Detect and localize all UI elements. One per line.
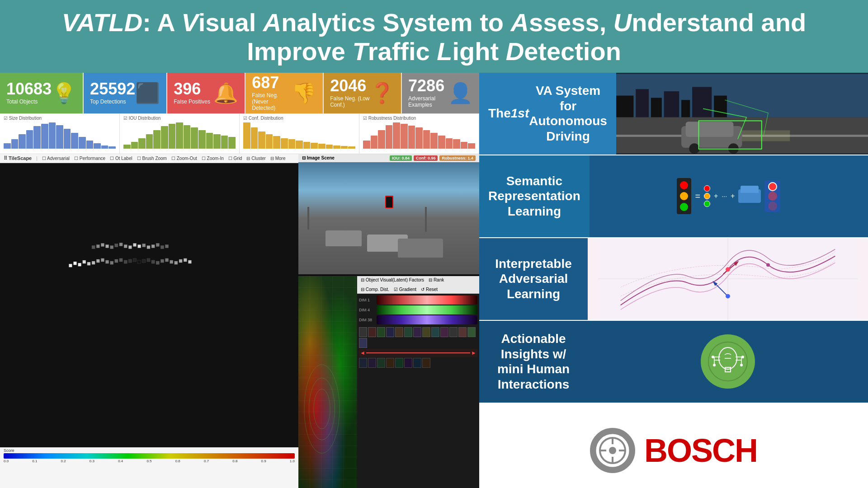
score-gradient-bar	[4, 453, 295, 459]
thumb-16[interactable]	[368, 358, 376, 368]
svg-rect-36	[101, 258, 104, 262]
sign-darker	[768, 202, 777, 211]
svg-rect-32	[83, 260, 86, 263]
thumb-21[interactable]	[413, 358, 421, 368]
main-content: 10683 Total Objects 💡 25592 Top Detectio…	[0, 73, 868, 488]
comp-yellow	[704, 193, 710, 199]
svg-rect-66	[681, 100, 690, 117]
dim1-label: DIM 1	[359, 298, 375, 302]
thumb-5[interactable]	[395, 327, 403, 337]
size-dist-title: ☑ Size Distribution	[4, 116, 116, 121]
thumb-14[interactable]	[359, 338, 367, 348]
plus-sign-2: +	[731, 192, 735, 200]
reset-btn[interactable]: ↺ Reset	[421, 287, 438, 292]
thumb-12[interactable]	[458, 327, 467, 337]
svg-rect-34	[92, 261, 95, 264]
rob-badge: Robustness: 1.4	[439, 155, 476, 161]
conf-badge: Conf: 0.96	[414, 155, 438, 161]
grid-toggle[interactable]: ☐ Grid	[228, 156, 242, 161]
stat-number-adv: 7286	[408, 78, 448, 94]
score-bar-area: Score 0.00.10.20.30.40.50.60.70.80.91.0	[0, 447, 298, 488]
factors-panel: ⊟ Object Visual(Latent) Factors ⊟ Rank ⊟…	[357, 276, 479, 488]
svg-point-89	[712, 356, 714, 358]
svg-rect-45	[142, 259, 146, 263]
thumb-2[interactable]	[368, 327, 376, 337]
zoom-in-toggle[interactable]: ☐ Zoom-In	[202, 156, 224, 161]
svg-rect-35	[96, 259, 99, 263]
thumb-4[interactable]	[386, 327, 394, 337]
thumb-17[interactable]	[377, 358, 385, 368]
light-components	[704, 185, 710, 207]
dim1-bar	[377, 296, 477, 305]
score-range: 0.00.10.20.30.40.50.60.70.80.91.0	[4, 459, 295, 463]
thumb-20[interactable]	[404, 358, 412, 368]
svg-rect-51	[170, 260, 173, 263]
svg-rect-14	[101, 243, 104, 246]
stat-top-detections: 25592 Top Detections ⬛	[84, 73, 166, 113]
stat-label-fn2: False Neg. (Low Conf.)	[330, 95, 370, 108]
label-toggle[interactable]: ☐ Ot Label	[110, 156, 132, 161]
svg-rect-25	[151, 244, 155, 248]
stat-false-neg-low: 2046 False Neg. (Low Conf.) ❓	[324, 73, 401, 113]
dim4-bar	[377, 305, 477, 314]
adversarial-toggle[interactable]: ☐ Adversarial	[42, 156, 70, 161]
gradient-btn[interactable]: ☑ Gradient	[394, 287, 416, 292]
thumb-13[interactable]	[467, 327, 476, 337]
comp-dist-btn[interactable]: ⊟ Comp. Dist.	[361, 287, 389, 292]
svg-rect-30	[73, 262, 76, 265]
thumb-11[interactable]	[449, 327, 458, 337]
car-left	[326, 230, 362, 246]
thumb-18[interactable]	[386, 358, 394, 368]
card-insights-image	[588, 321, 868, 403]
thumb-7[interactable]	[413, 327, 421, 337]
road-scene	[298, 162, 479, 274]
thumb-15[interactable]	[359, 358, 367, 368]
svg-rect-20	[128, 245, 132, 249]
svg-point-94	[741, 356, 744, 358]
svg-rect-27	[160, 245, 164, 249]
svg-rect-47	[151, 260, 155, 263]
brush-zoom-toggle[interactable]: ☐ Brush Zoom	[137, 156, 167, 161]
bosch-logo-circle	[590, 428, 635, 473]
person-icon: 👤	[448, 81, 473, 105]
thumb-3[interactable]	[377, 327, 385, 337]
thumb-19[interactable]	[395, 358, 403, 368]
svg-rect-40	[119, 258, 123, 262]
stat-label-fn1: False Neg. (Never Detected)	[252, 92, 292, 111]
svg-rect-18	[119, 243, 123, 246]
tile-overlay: // This won't execute in SVG, using stat…	[0, 163, 298, 447]
stat-number-detections: 25592	[90, 81, 135, 97]
contour-svg	[298, 276, 357, 488]
more-toggle[interactable]: ⊟ More	[270, 156, 286, 161]
svg-rect-53	[179, 259, 182, 263]
question-icon: ❓	[370, 81, 395, 105]
performance-toggle[interactable]: ☐ Performance	[74, 156, 105, 161]
thumb-8[interactable]	[422, 327, 430, 337]
bosch-logo-area: BOSCH	[479, 404, 868, 488]
page-title: VATLD: A Visual Analytics System to Asse…	[14, 8, 854, 66]
svg-point-59	[314, 389, 330, 429]
right-arrow-icon: ►	[471, 350, 476, 356]
charts-row: ☑ Size Distribution	[0, 113, 479, 154]
stat-total-objects: 10683 Total Objects 💡	[0, 73, 83, 113]
thumb-10[interactable]	[440, 327, 448, 337]
thumb-22[interactable]	[422, 358, 430, 368]
cluster-toggle[interactable]: ⊟ Cluster	[246, 156, 265, 161]
svg-rect-49	[160, 259, 164, 263]
bell-icon: 🔔	[213, 81, 238, 105]
thumb-9[interactable]	[431, 327, 439, 337]
visualization-area: ⠿ TileScape | ☐ Adversarial ☐ Performanc…	[0, 154, 479, 488]
car-component	[738, 189, 761, 203]
rank-btn[interactable]: ⊟ Rank	[429, 277, 444, 282]
heatmap-panel	[298, 276, 357, 488]
svg-rect-26	[156, 243, 159, 246]
page-header: VATLD: A Visual Analytics System to Asse…	[0, 0, 868, 73]
svg-point-97	[740, 364, 743, 366]
zoom-out-toggle[interactable]: ☐ Zoom-Out	[171, 156, 197, 161]
thumbnail-strip	[359, 327, 477, 348]
iou-dist-bars	[123, 122, 236, 149]
pole-2	[425, 207, 427, 232]
thumb-6[interactable]	[404, 327, 412, 337]
road-bg	[298, 162, 479, 274]
thumb-1[interactable]	[359, 327, 367, 337]
